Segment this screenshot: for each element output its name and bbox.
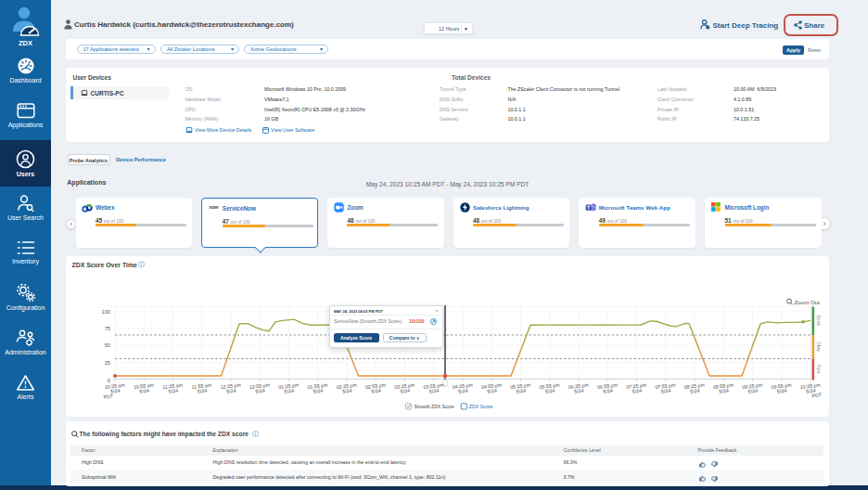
svg-text:5/24: 5/24 [603, 387, 613, 393]
svg-text:5/24: 5/24 [516, 387, 526, 393]
svg-text:5/24: 5/24 [168, 387, 178, 393]
svg-text:ZDX Score: ZDX Score [469, 403, 492, 408]
svg-text:5/24: 5/24 [255, 387, 265, 393]
svg-text:5/24: 5/24 [284, 387, 294, 393]
svg-text:5/24: 5/24 [342, 387, 352, 393]
svg-text:0: 0 [108, 378, 110, 383]
svg-text:5/24: 5/24 [690, 387, 700, 393]
svg-text:5/24: 5/24 [632, 387, 642, 393]
svg-text:50: 50 [105, 342, 110, 348]
svg-text:5/24: 5/24 [777, 387, 787, 393]
svg-text:Smooth ZDX Score: Smooth ZDX Score [415, 403, 454, 408]
svg-text:5/24: 5/24 [574, 387, 584, 393]
svg-text:Good: Good [816, 315, 821, 326]
svg-text:5/24: 5/24 [661, 387, 671, 393]
svg-text:75: 75 [105, 326, 110, 331]
svg-text:5/24: 5/24 [429, 387, 440, 393]
svg-text:5/24: 5/24 [545, 387, 555, 393]
svg-text:5/24: 5/24 [747, 387, 758, 393]
svg-text:5/24: 5/24 [139, 387, 149, 393]
svg-text:ZDX Score Over Time: ZDX Score Over Time [72, 262, 138, 268]
svg-text:5/24: 5/24 [313, 387, 324, 393]
svg-text:5/24: 5/24 [487, 387, 497, 393]
svg-text:Okay: Okay [816, 342, 821, 352]
svg-text:5/24: 5/24 [458, 387, 468, 393]
svg-text:5/24: 5/24 [400, 387, 410, 393]
svg-text:PDT: PDT [811, 392, 823, 398]
svg-text:Zoom Out: Zoom Out [795, 298, 821, 304]
svg-text:5/24: 5/24 [226, 387, 236, 393]
svg-text:5/24: 5/24 [198, 387, 208, 393]
svg-text:Poor: Poor [816, 364, 821, 373]
svg-text:100: 100 [102, 308, 111, 314]
svg-text:5/24: 5/24 [371, 387, 381, 393]
svg-text:PDT: PDT [103, 393, 114, 399]
svg-text:5/24: 5/24 [719, 387, 729, 393]
svg-text:25: 25 [105, 359, 110, 365]
